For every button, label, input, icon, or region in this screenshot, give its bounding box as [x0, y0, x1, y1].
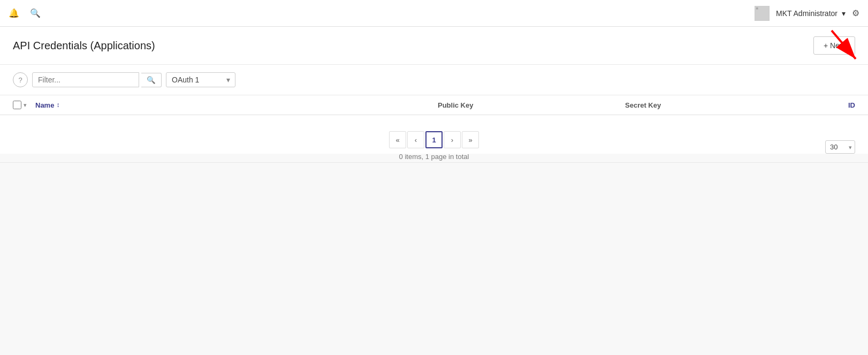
page-size-wrapper: 30 50 100	[825, 140, 855, 154]
last-page-button[interactable]: »	[462, 131, 479, 148]
next-page-button[interactable]: ›	[444, 131, 461, 148]
checkbox-caret-button[interactable]: ▾	[24, 102, 27, 109]
page-title: API Credentials (Applications)	[13, 40, 155, 52]
pagination-info: 0 items, 1 page in total	[399, 153, 469, 161]
table-header: ▾ Name ↕ Public Key Secret Key ID	[0, 95, 868, 115]
th-name-label: Name	[35, 101, 54, 109]
navbar: 🔔 🔍 MKT Administrator ▾ ⚙	[0, 0, 868, 27]
oauth-select-wrapper: OAuth 1 OAuth 2	[166, 72, 235, 87]
svg-rect-3	[756, 7, 758, 9]
page-size-select[interactable]: 30 50 100	[825, 140, 855, 154]
th-id-label: ID	[848, 101, 855, 109]
select-all-checkbox-cell: ▾	[13, 101, 27, 109]
navbar-left: 🔔 🔍	[9, 8, 41, 18]
new-button[interactable]: + New	[813, 36, 855, 55]
user-menu[interactable]: MKT Administrator ▾	[776, 9, 846, 18]
pagination-controls: « ‹ 1 › »	[389, 131, 479, 148]
oauth-select[interactable]: OAuth 1 OAuth 2	[166, 72, 235, 87]
first-page-button[interactable]: «	[389, 131, 406, 148]
user-name: MKT Administrator	[776, 9, 837, 18]
filter-input[interactable]	[32, 72, 139, 87]
th-public-key-label: Public Key	[438, 101, 473, 109]
th-name-sort-icon: ↕	[56, 101, 59, 109]
search-btn-icon: 🔍	[147, 76, 156, 84]
th-id: ID	[812, 101, 855, 109]
th-secret-key-label: Secret Key	[625, 101, 661, 109]
prev-page-button[interactable]: ‹	[407, 131, 424, 148]
empty-content-area	[0, 162, 868, 323]
current-page-button[interactable]: 1	[425, 131, 443, 148]
select-all-checkbox[interactable]	[13, 101, 21, 109]
navbar-right: MKT Administrator ▾ ⚙	[755, 6, 859, 21]
th-public-key: Public Key	[438, 101, 625, 109]
search-icon[interactable]: 🔍	[30, 8, 41, 18]
search-button[interactable]: 🔍	[141, 73, 162, 87]
page-header: API Credentials (Applications) + New	[0, 27, 868, 65]
th-secret-key: Secret Key	[625, 101, 812, 109]
avatar	[755, 6, 770, 21]
gear-icon[interactable]: ⚙	[852, 8, 859, 18]
toolbar: ? 🔍 OAuth 1 OAuth 2	[0, 65, 868, 95]
help-button[interactable]: ?	[13, 72, 28, 87]
bell-icon[interactable]: 🔔	[9, 8, 19, 18]
help-icon: ?	[18, 76, 22, 84]
th-name[interactable]: Name ↕	[35, 101, 438, 109]
user-dropdown-icon: ▾	[842, 9, 846, 18]
table-container: ▾ Name ↕ Public Key Secret Key ID « ‹ 1 …	[0, 95, 868, 154]
